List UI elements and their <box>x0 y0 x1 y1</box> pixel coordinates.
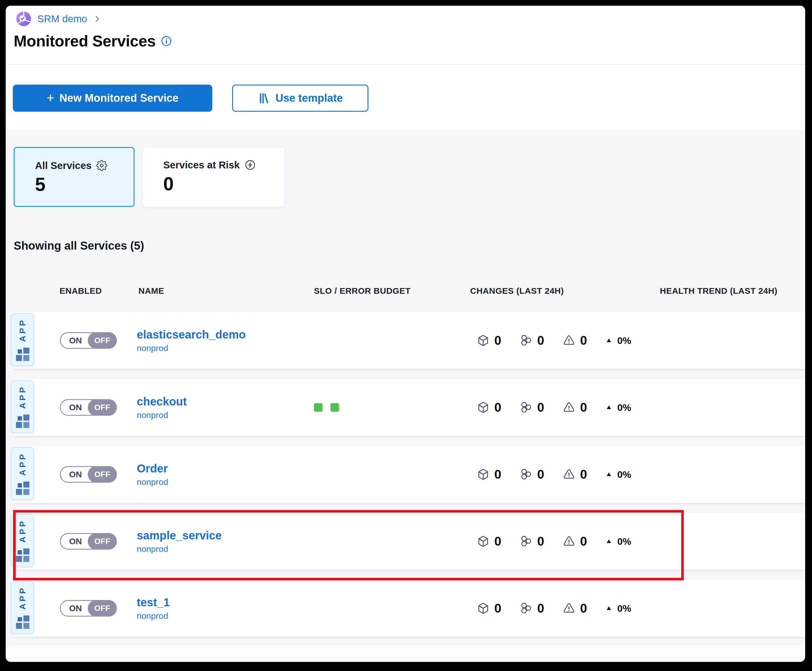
services-count: 0 <box>537 601 544 615</box>
table-row: APP ON OFF test_1 nonprod <box>14 580 805 637</box>
app-badge-label: APP <box>18 385 27 409</box>
breadcrumb[interactable]: SRM demo <box>16 11 101 27</box>
page-title: Monitored Services <box>14 32 156 50</box>
gear-icon <box>96 160 107 171</box>
alert-triangle-icon <box>562 535 575 548</box>
all-services-count: 5 <box>35 174 134 195</box>
deployments-count: 0 <box>494 601 501 615</box>
toolbar: + New Monitored Service Use template <box>6 65 805 130</box>
column-slo: SLO / ERROR BUDGET <box>314 286 410 296</box>
alerts-count: 0 <box>580 467 587 482</box>
all-services-label: All Services <box>35 160 92 171</box>
slo-cell <box>308 403 471 412</box>
service-name-link[interactable]: test_1 <box>137 596 170 609</box>
breadcrumb-project-link[interactable]: SRM demo <box>37 13 87 24</box>
trend-percent: 0% <box>617 335 631 346</box>
service-env: nonprod <box>137 544 308 554</box>
toggle-off-label: OFF <box>88 399 117 416</box>
column-name: NAME <box>138 286 164 296</box>
enabled-toggle[interactable]: ON OFF <box>60 533 117 550</box>
toggle-on-label: ON <box>61 534 90 549</box>
honeycomb-icon <box>519 468 533 481</box>
service-env: nonprod <box>137 611 308 621</box>
changes-cell: 0 0 0 0% <box>471 333 632 347</box>
app-type-tab[interactable]: APP <box>11 581 34 634</box>
new-monitored-service-button[interactable]: + New Monitored Service <box>13 85 212 112</box>
table-row: APP ON OFF checkout nonprod <box>14 379 805 436</box>
deployments-count: 0 <box>494 534 501 548</box>
package-icon <box>477 334 490 347</box>
trend-up-icon <box>605 337 613 344</box>
app-type-tab[interactable]: APP <box>11 514 34 567</box>
enabled-toggle[interactable]: ON OFF <box>60 399 117 416</box>
service-name-link[interactable]: Order <box>137 462 168 475</box>
alert-triangle-icon <box>562 602 575 615</box>
app-grid-icon <box>16 548 29 562</box>
alerts-count: 0 <box>580 333 587 347</box>
alerts-count: 0 <box>580 601 587 615</box>
changes-cell: 0 0 0 0% <box>471 467 632 482</box>
services-at-risk-label: Services at Risk <box>163 159 240 171</box>
app-type-tab[interactable]: APP <box>11 313 34 366</box>
deployments-count: 0 <box>494 467 501 482</box>
enabled-toggle[interactable]: ON OFF <box>60 600 117 617</box>
app-type-tab[interactable]: APP <box>11 447 34 500</box>
trend-percent: 0% <box>617 536 631 547</box>
new-monitored-service-label: New Monitored Service <box>59 92 178 104</box>
service-name-link[interactable]: checkout <box>137 395 187 408</box>
trend-up-icon <box>605 471 613 478</box>
package-icon <box>477 401 490 414</box>
service-env: nonprod <box>137 477 308 487</box>
alerts-count: 0 <box>580 400 587 415</box>
toggle-on-label: ON <box>61 601 90 616</box>
package-icon <box>477 535 490 548</box>
table-row: APP ON OFF elasticsearch_demo nonprod <box>14 312 805 369</box>
honeycomb-icon <box>519 535 533 548</box>
list-heading: Showing all Services (5) <box>14 239 805 252</box>
toggle-off-label: OFF <box>88 332 117 349</box>
app-badge-label: APP <box>18 519 27 543</box>
deployments-count: 0 <box>494 400 501 415</box>
services-count: 0 <box>537 534 544 548</box>
slo-status-square[interactable] <box>330 403 339 412</box>
slo-status-square[interactable] <box>314 403 323 412</box>
services-count: 0 <box>537 400 544 415</box>
services-count: 0 <box>537 467 544 482</box>
service-name-link[interactable]: sample_service <box>137 529 222 542</box>
use-template-button[interactable]: Use template <box>232 85 368 112</box>
toggle-on-label: ON <box>61 333 90 348</box>
deployments-count: 0 <box>494 333 501 347</box>
changes-cell: 0 0 0 0% <box>471 400 632 415</box>
service-row-card: ON OFF Order nonprod 0 0 0 0% <box>14 446 805 503</box>
changes-cell: 0 0 0 0% <box>471 601 632 615</box>
enabled-toggle[interactable]: ON OFF <box>60 466 117 483</box>
app-grid-icon <box>16 482 29 495</box>
changes-cell: 0 0 0 0% <box>471 534 632 548</box>
package-icon <box>477 468 490 481</box>
table-header-row: ENABLED NAME SLO / ERROR BUDGET CHANGES … <box>14 286 805 298</box>
alert-triangle-icon <box>562 334 575 347</box>
column-changes: CHANGES (LAST 24H) <box>470 286 564 296</box>
services-table: APP ON OFF elasticsearch_demo nonprod <box>14 312 805 637</box>
app-badge-label: APP <box>18 586 27 610</box>
app-window: SRM demo Monitored Services + New Monito… <box>6 6 805 662</box>
app-grid-icon <box>16 615 29 629</box>
app-type-tab[interactable]: APP <box>11 380 34 433</box>
trend-percent: 0% <box>617 603 631 614</box>
all-services-card[interactable]: All Services 5 <box>14 147 134 207</box>
table-row: APP ON OFF sample_service nonprod <box>14 513 805 570</box>
content-area: All Services 5 Services at Risk 0 Showin… <box>6 130 805 645</box>
table-row: APP ON OFF Order nonprod <box>14 446 805 503</box>
service-name-link[interactable]: elasticsearch_demo <box>137 328 245 341</box>
enabled-toggle[interactable]: ON OFF <box>60 332 117 349</box>
alert-triangle-icon <box>562 468 575 481</box>
page-header: SRM demo Monitored Services <box>6 6 805 65</box>
alert-triangle-icon <box>562 401 575 414</box>
service-row-card: ON OFF sample_service nonprod 0 0 0 0% <box>14 513 805 570</box>
service-env: nonprod <box>137 343 308 353</box>
info-icon[interactable] <box>161 35 172 47</box>
use-template-label: Use template <box>276 92 343 104</box>
services-at-risk-card[interactable]: Services at Risk 0 <box>143 147 285 207</box>
trend-up-icon <box>605 605 613 612</box>
service-env: nonprod <box>137 410 308 420</box>
